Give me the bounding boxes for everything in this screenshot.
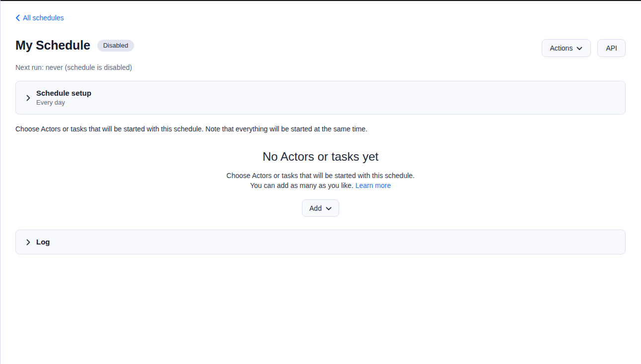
actions-button[interactable]: Actions xyxy=(542,39,591,57)
log-panel-title: Log xyxy=(36,238,50,246)
chevron-down-icon xyxy=(576,44,582,52)
empty-state-description: Choose Actors or tasks that will be star… xyxy=(15,171,626,190)
add-button-label: Add xyxy=(309,204,322,212)
status-badge: Disabled xyxy=(97,40,135,52)
api-button[interactable]: API xyxy=(597,39,626,57)
schedule-description-text: Choose Actors or tasks that will be star… xyxy=(15,125,626,133)
next-run-text: Next run: never (schedule is disabled) xyxy=(15,63,626,71)
schedule-detail-page: All schedules My Schedule Disabled Actio… xyxy=(0,14,641,254)
chevron-right-icon xyxy=(26,239,30,245)
back-link-label: All schedules xyxy=(23,14,64,22)
schedule-setup-subtitle: Every day xyxy=(36,99,91,107)
add-button[interactable]: Add xyxy=(302,199,339,217)
schedule-setup-title: Schedule setup xyxy=(36,89,91,98)
page-title: My Schedule xyxy=(15,38,90,53)
window-left-edge xyxy=(0,0,0,364)
api-button-label: API xyxy=(606,44,617,52)
chevron-left-icon xyxy=(15,14,20,21)
window-top-edge xyxy=(0,0,641,1)
schedule-setup-panel-header[interactable]: Schedule setup Every day xyxy=(15,81,626,115)
learn-more-link[interactable]: Learn more xyxy=(356,182,391,189)
actions-button-label: Actions xyxy=(550,44,573,52)
empty-state: No Actors or tasks yet Choose Actors or … xyxy=(15,149,626,217)
empty-state-title: No Actors or tasks yet xyxy=(15,149,626,164)
chevron-down-icon xyxy=(326,204,332,212)
empty-state-line1: Choose Actors or tasks that will be star… xyxy=(226,172,415,180)
chevron-right-icon xyxy=(26,95,30,101)
empty-state-line2: You can add as many as you like. xyxy=(250,182,354,189)
log-panel-header[interactable]: Log xyxy=(15,230,626,254)
back-to-all-schedules-link[interactable]: All schedules xyxy=(15,14,64,22)
